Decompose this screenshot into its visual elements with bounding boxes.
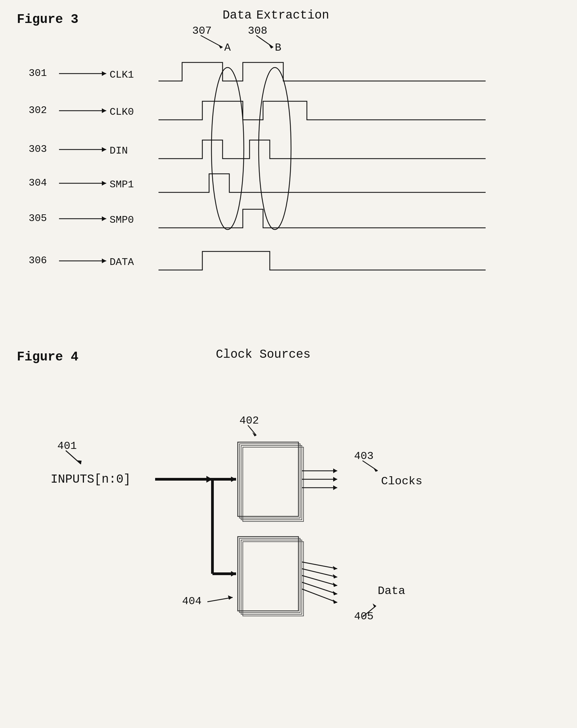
svg-marker-9 — [102, 147, 106, 152]
page-stack-bot1 — [240, 538, 300, 613]
ref401: 401 — [57, 440, 77, 452]
page-stack-top1 — [240, 444, 300, 518]
marker308-label: B — [275, 42, 281, 54]
page: Figure 3 Data Extraction 307 A 308 B — [0, 0, 577, 728]
marker307-ref: 307 — [192, 25, 212, 37]
svg-marker-44 — [333, 591, 337, 595]
svg-marker-34 — [373, 468, 378, 472]
marker307-label: A — [224, 42, 231, 54]
figure3-title: Data — [223, 8, 252, 22]
sig-smp0: SMP0 — [110, 214, 134, 226]
page-stack-bot2 — [241, 540, 302, 614]
inputs-label: INPUTS[n:0] — [51, 472, 131, 486]
smp1-wave — [159, 174, 486, 192]
ref301: 301 — [29, 68, 47, 79]
ref405: 405 — [354, 610, 374, 623]
svg-line-39 — [302, 569, 337, 577]
svg-line-2 — [256, 35, 273, 47]
ref404: 404 — [182, 595, 202, 607]
smp0-wave — [159, 209, 486, 228]
svg-marker-42 — [333, 582, 337, 587]
figure4: Figure 4 Clock Sources 401 INPUTS[n:0] — [13, 344, 563, 716]
figure4-title: Clock Sources — [216, 348, 310, 362]
clocks-label: Clocks — [381, 475, 422, 488]
figure3: Figure 3 Data Extraction 307 A 308 B — [13, 7, 563, 317]
figure3-label: Figure 3 — [17, 12, 78, 27]
oval-a — [212, 68, 244, 230]
svg-line-16 — [66, 450, 81, 464]
ref305: 305 — [29, 213, 47, 224]
svg-marker-15 — [102, 259, 106, 263]
sig-clk1: CLK1 — [110, 69, 134, 81]
ref403: 403 — [354, 450, 374, 462]
page-stack-top2 — [241, 445, 302, 520]
ref304: 304 — [29, 177, 47, 189]
marker308-ref: 308 — [248, 25, 268, 37]
clk1-wave — [159, 62, 486, 81]
data-label: Data — [378, 584, 405, 597]
svg-marker-28 — [333, 468, 337, 473]
page-stack-top0 — [238, 442, 298, 516]
ref306: 306 — [29, 255, 47, 266]
svg-line-45 — [302, 589, 337, 602]
figure4-label: Figure 4 — [17, 350, 78, 364]
page-stack-top3 — [243, 447, 303, 521]
din-wave — [159, 140, 486, 159]
ref303: 303 — [29, 144, 47, 155]
figure3-title2: Extraction — [256, 8, 329, 22]
page-stack-bot3 — [243, 542, 303, 616]
svg-marker-38 — [333, 566, 337, 570]
svg-marker-46 — [333, 599, 337, 604]
svg-line-37 — [302, 562, 337, 569]
data-wave — [159, 252, 486, 270]
sig-clk0: CLK0 — [110, 106, 134, 118]
sig-din: DIN — [110, 145, 128, 157]
svg-marker-40 — [333, 574, 337, 578]
ref302: 302 — [29, 105, 47, 116]
svg-marker-36 — [228, 595, 233, 600]
svg-marker-30 — [333, 477, 337, 482]
clk0-wave — [159, 101, 486, 120]
svg-marker-24 — [231, 571, 236, 576]
svg-marker-48 — [373, 603, 376, 607]
oval-b — [259, 68, 291, 230]
page-stack-bot0 — [238, 537, 298, 611]
svg-marker-17 — [77, 460, 82, 464]
ref402: 402 — [240, 414, 259, 427]
sig-data: DATA — [110, 257, 134, 268]
svg-marker-22 — [231, 476, 236, 482]
svg-marker-11 — [102, 181, 106, 186]
svg-marker-32 — [333, 485, 337, 490]
svg-marker-13 — [102, 216, 106, 221]
svg-marker-5 — [102, 71, 106, 76]
svg-marker-7 — [102, 108, 106, 113]
sig-smp1: SMP1 — [110, 179, 134, 190]
